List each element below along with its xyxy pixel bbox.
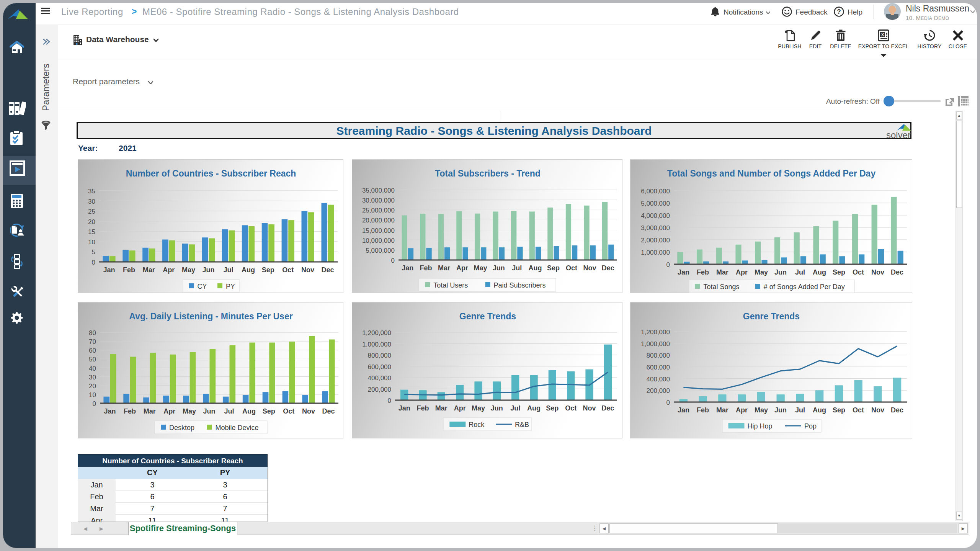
svg-text:Paid Subscribers: Paid Subscribers [494,281,546,289]
svg-text:0: 0 [666,261,670,268]
svg-text:1,000,000: 1,000,000 [641,249,670,256]
svg-text:May: May [755,406,768,414]
svg-text:Jul: Jul [795,268,805,276]
svg-text:Feb: Feb [697,268,709,276]
svg-text:Nov: Nov [301,266,314,274]
svg-text:600,000: 600,000 [368,363,391,371]
svg-text:Jan: Jan [678,268,689,276]
svg-text:60: 60 [89,347,96,354]
svg-text:Mar: Mar [143,266,155,274]
svg-text:30: 30 [88,198,95,205]
svg-text:10: 10 [89,391,96,399]
svg-text:Feb: Feb [416,404,429,412]
svg-text:50: 50 [89,356,96,363]
svg-text:Apr: Apr [163,266,175,274]
svg-text:0: 0 [388,397,391,404]
svg-text:Genre Trends: Genre Trends [459,311,516,321]
svg-text:Sep: Sep [833,406,845,414]
svg-text:Apr: Apr [736,406,748,414]
svg-text:Dec: Dec [601,404,614,412]
svg-text:Aug: Aug [527,404,541,412]
svg-text:20,000,000: 20,000,000 [362,217,395,224]
svg-text:X: X [881,32,884,38]
svg-text:May: May [472,404,485,412]
svg-text:0: 0 [391,257,395,264]
svg-text:Nov: Nov [871,406,884,414]
svg-text:30,000,000: 30,000,000 [362,197,395,204]
svg-text:400,000: 400,000 [647,376,670,383]
svg-text:Oct: Oct [565,404,577,412]
svg-text:Total Users: Total Users [433,281,468,289]
svg-text:Feb: Feb [420,264,432,272]
svg-text:Jun: Jun [774,268,787,276]
svg-text:Apr: Apr [163,407,175,415]
svg-text:Nov: Nov [871,268,884,276]
svg-text:Feb: Feb [123,266,135,274]
svg-text:Sep: Sep [833,268,845,276]
svg-text:Dec: Dec [321,266,334,274]
svg-text:1,000,000: 1,000,000 [641,340,670,348]
svg-text:May: May [182,266,195,274]
svg-text:Jul: Jul [510,404,520,412]
svg-text:Mar: Mar [716,406,728,414]
svg-text:Aug: Aug [813,406,826,414]
svg-text:Jul: Jul [795,406,805,414]
svg-text:?: ? [837,8,841,15]
svg-text:Nov: Nov [583,264,596,272]
svg-text:Apr: Apr [456,264,468,272]
svg-text:1,200,000: 1,200,000 [641,329,670,336]
svg-text:Mobile Device: Mobile Device [215,424,258,432]
svg-text:2,000,000: 2,000,000 [641,237,670,244]
svg-text:# of Songs Added Per Day: # of Songs Added Per Day [764,283,845,291]
svg-text:Dec: Dec [891,406,903,414]
svg-text:Jan: Jan [402,264,413,272]
svg-text:May: May [755,268,768,276]
svg-text:Mar: Mar [438,264,450,272]
svg-text:800,000: 800,000 [647,352,670,359]
svg-text:Feb: Feb [124,407,136,415]
svg-text:R&B: R&B [515,421,529,428]
svg-text:Jun: Jun [203,407,215,415]
svg-text:70: 70 [89,338,96,345]
svg-text:Total Subscribers - Trend: Total Subscribers - Trend [435,168,541,178]
svg-text:Sep: Sep [263,407,275,415]
svg-text:Apr: Apr [736,268,748,276]
svg-text:800,000: 800,000 [368,352,391,359]
svg-text:Jul: Jul [512,264,522,272]
svg-text:5,000,000: 5,000,000 [641,200,670,207]
svg-text:Sep: Sep [262,266,274,274]
svg-text:Avg. Daily Listening - Minutes: Avg. Daily Listening - Minutes Per User [129,311,292,321]
svg-text:Mar: Mar [144,407,156,415]
svg-text:10,000,000: 10,000,000 [362,237,395,244]
svg-text:Jul: Jul [224,407,234,415]
svg-text:Sep: Sep [546,404,559,412]
svg-text:Desktop: Desktop [169,424,194,432]
svg-text:25: 25 [88,208,95,215]
svg-text:30: 30 [89,374,96,381]
svg-text:PY: PY [226,283,235,290]
svg-text:40: 40 [89,365,96,372]
svg-text:Jun: Jun [491,404,503,412]
svg-text:35,000,000: 35,000,000 [362,187,395,194]
svg-text:Feb: Feb [697,406,709,414]
svg-text:1,000,000: 1,000,000 [362,341,391,348]
svg-text:4,000,000: 4,000,000 [641,212,670,219]
svg-text:Jan: Jan [103,266,115,274]
svg-text:Aug: Aug [813,268,826,276]
svg-text:Total Songs and Number of Song: Total Songs and Number of Songs Added Pe… [667,168,876,178]
svg-text:Dec: Dec [602,264,614,272]
svg-text:20: 20 [88,218,95,226]
svg-text:5,000,000: 5,000,000 [366,247,395,254]
svg-text:200,000: 200,000 [368,386,391,393]
svg-text:May: May [474,264,487,272]
svg-text:3,000,000: 3,000,000 [641,224,670,232]
svg-text:Dec: Dec [891,268,903,276]
svg-text:25,000,000: 25,000,000 [362,207,395,214]
svg-text:5: 5 [92,249,95,256]
svg-text:Oct: Oct [853,406,864,414]
svg-text:0: 0 [666,399,670,406]
svg-text:Jun: Jun [493,264,505,272]
svg-text:Number of Countries - Subscrib: Number of Countries - Subscriber Reach [126,168,296,178]
svg-text:15: 15 [88,228,95,235]
svg-text:Jul: Jul [223,266,233,274]
